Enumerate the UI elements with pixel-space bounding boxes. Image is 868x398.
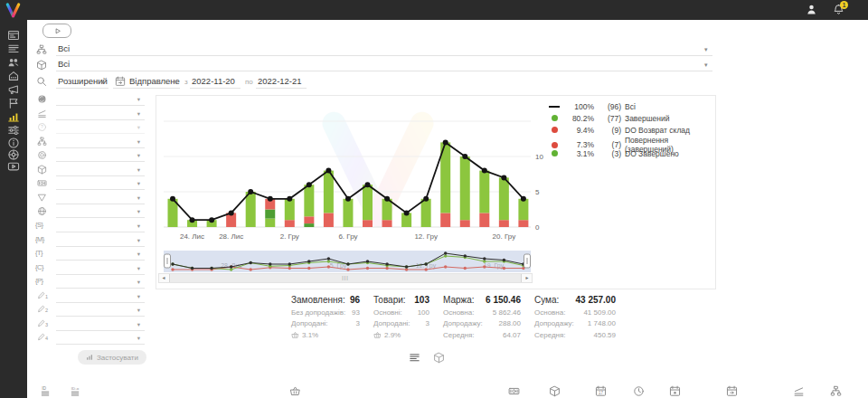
sidebar-item-dashboard-icon[interactable]: [7, 29, 20, 42]
legend-count: (7): [598, 140, 621, 149]
legend-count: (96): [598, 102, 621, 111]
sidebar-item-analytics-icon-active[interactable]: [7, 110, 20, 123]
stat-subvalue: 100: [418, 308, 429, 318]
pipeline-filter-value[interactable]: Всі: [58, 43, 70, 53]
filter-row-pencil-4[interactable]: 4▾: [34, 332, 148, 346]
app-logo-icon[interactable]: [5, 2, 22, 19]
date-field-underline: [113, 88, 180, 89]
chevron-down-icon: ▾: [137, 166, 140, 174]
brace-s-icon: {S}: [35, 221, 43, 229]
date-field-caret-icon[interactable]: ▾: [175, 79, 178, 86]
scroll-right-arrow-icon[interactable]: ►: [523, 274, 532, 282]
filter-underline: [56, 217, 145, 218]
date-to-input[interactable]: 2022-12-21: [258, 76, 302, 86]
filter-underline: [56, 189, 145, 190]
chevron-down-icon: ▾: [137, 124, 140, 131]
sidebar-item-orders-icon[interactable]: [7, 43, 20, 55]
scroll-left-arrow-icon[interactable]: ◄: [159, 274, 168, 282]
stat-subrow-upsell: 3.1%: [291, 330, 360, 341]
product-filter-value[interactable]: Всі: [58, 59, 70, 69]
filter-row-globe[interactable]: ▾: [34, 205, 148, 219]
filter-row-brace-s[interactable]: {S}▾: [34, 220, 148, 233]
filter-row-globe-dark[interactable]: ▾: [34, 93, 148, 107]
chart-scrollbar[interactable]: ◄ ► |||: [158, 273, 533, 283]
filter-row-brace-m[interactable]: {M}▾: [34, 234, 148, 248]
toolbar-products-icon[interactable]: [549, 385, 561, 397]
legend-item[interactable]: 7.3% (7) Повернення (завершений): [547, 136, 712, 147]
scrollbar-thumb[interactable]: |||: [169, 274, 522, 282]
chevron-down-icon: ▾: [137, 321, 140, 328]
search-mode-select[interactable]: Розширений: [58, 76, 108, 86]
apply-button[interactable]: Застосувати: [78, 350, 146, 365]
stat-subvalue: 64.07: [503, 330, 521, 341]
stat-subvalue: 3: [426, 318, 429, 329]
cube-icon: [37, 165, 47, 175]
filter-row-level[interactable]: ▾: [34, 108, 148, 121]
sidebar-item-warehouse-icon[interactable]: [7, 70, 20, 82]
sidebar-item-support-icon[interactable]: [7, 148, 20, 161]
stat-sublabel: Основна:: [443, 308, 474, 318]
filter-underline: [56, 204, 145, 204]
filter-row-fingerprint[interactable]: ▾: [34, 149, 148, 163]
legend-label: Всі: [625, 102, 712, 111]
toolbar-calendar-export-icon[interactable]: [726, 385, 738, 397]
chevron-down-icon: ▾: [137, 180, 140, 187]
filter-row-pencil-1[interactable]: 1▾: [34, 290, 148, 304]
user-avatar-icon[interactable]: [806, 4, 817, 15]
svg-text:20. Гру: 20. Гру: [493, 232, 516, 241]
filter-row-pencil-3[interactable]: 3▾: [34, 318, 148, 332]
filter-row-brace-t[interactable]: {T}▾: [34, 248, 148, 261]
filter-row-question[interactable]: ?▾: [34, 121, 148, 135]
chart-range-navigator[interactable]: 28. Лис5. Гру12. Гру19. Гру: [164, 251, 531, 272]
legend-item[interactable]: 100% (96) Всі: [547, 100, 712, 112]
filter-row-brace-c[interactable]: {C}▾: [34, 262, 148, 276]
stat-sublabel: Допродажу:: [534, 318, 574, 329]
funnel-icon: [37, 193, 47, 203]
legend-marker-icon: [547, 150, 561, 156]
date-from-input[interactable]: 2022-11-20: [192, 76, 235, 86]
sidebar-item-clients-icon[interactable]: [7, 56, 20, 69]
sidebar-item-settings-icon[interactable]: [7, 124, 20, 137]
toolbar-id-list-icon[interactable]: ID: [41, 385, 52, 397]
sidebar-item-campaigns-icon[interactable]: [7, 97, 20, 109]
toolbar-payments-icon[interactable]: [508, 385, 520, 397]
product-caret-icon[interactable]: ▾: [704, 62, 708, 69]
stat-column: Товари:103 Основні:100 Допродані:3 2.9%: [373, 295, 429, 341]
toolbar-level-icon[interactable]: [793, 385, 805, 397]
pipeline-caret-icon[interactable]: ▾: [704, 46, 708, 53]
filter-row-funnel[interactable]: ▾: [34, 192, 148, 205]
filter-row-cube[interactable]: ▾: [34, 164, 148, 177]
toolbar-basket-icon[interactable]: [289, 385, 301, 397]
filter-row-sitemap[interactable]: ▾: [34, 136, 148, 149]
sidebar-item-info-icon[interactable]: [7, 137, 20, 149]
date-field-select[interactable]: Відправлене: [129, 76, 180, 86]
legend-item[interactable]: 3.1% (3) DO Завершено: [547, 147, 712, 159]
toolbar-structure-icon[interactable]: [830, 385, 842, 397]
sidebar-item-tutorials-icon[interactable]: [7, 160, 20, 173]
svg-text:6. Гру: 6. Гру: [338, 232, 357, 241]
toolbar-time-icon[interactable]: [633, 385, 645, 397]
filter-row-banknote[interactable]: ▾: [34, 177, 148, 191]
stat-sublabel: Допродажу:: [443, 318, 483, 329]
legend-count: (3): [598, 149, 621, 158]
toolbar-calendar-date-icon[interactable]: 17: [595, 385, 607, 397]
legend-item[interactable]: 80.2% (77) Завершений: [547, 112, 712, 124]
chevron-down-icon: ▾: [137, 138, 140, 146]
stat-subrow: Основна:41 509.00: [534, 308, 616, 318]
toolbar-calendar-event-icon[interactable]: [669, 385, 681, 397]
chevron-down-icon: ▾: [137, 152, 140, 159]
filter-underline: [56, 246, 145, 247]
legend-item[interactable]: 9.4% (9) DO Возврат склад: [547, 124, 712, 136]
filter-row-pencil-2[interactable]: 2▾: [34, 304, 148, 317]
search-mode-caret-icon[interactable]: ▾: [101, 79, 105, 86]
toolbar-id-link-icon[interactable]: ID-o: [71, 385, 82, 397]
sidebar-item-marketing-icon[interactable]: [7, 83, 20, 96]
stat-value: 96: [350, 295, 360, 305]
play-tour-button[interactable]: [42, 24, 71, 38]
legend-percent: 100%: [565, 102, 594, 111]
filter-row-brace-p[interactable]: {P}▾: [34, 276, 148, 289]
view-toggle-products-icon[interactable]: [433, 352, 445, 364]
stat-subrow: Без допродажів:93: [291, 308, 360, 318]
brace-c-icon: {C}: [35, 263, 43, 271]
view-toggle-list-icon[interactable]: [409, 352, 420, 364]
